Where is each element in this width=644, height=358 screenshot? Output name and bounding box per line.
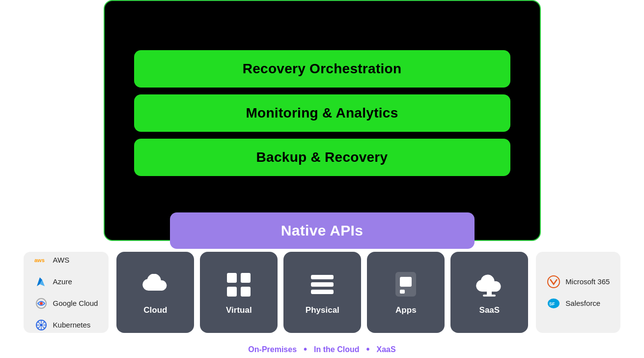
native-apis-label: Native APIs [281,222,363,239]
aws-label: AWS [53,256,70,264]
native-apis-bar: Native APIs [170,212,475,249]
gcloud-label: Google Cloud [53,299,98,307]
svg-rect-20 [311,282,334,287]
saas-icon [475,270,504,299]
k8s-icon [34,318,48,332]
platform-box: Recovery Orchestration Monitoring & Anal… [104,0,541,241]
k8s-label: Kubernetes [53,321,91,329]
svg-rect-15 [227,273,237,283]
salesforce-icon: SF [547,297,560,310]
m365-icon [547,275,560,289]
azure-label: Azure [53,277,72,286]
monitoring-analytics-pill: Monitoring & Analytics [134,94,510,132]
left-panel: aws AWS Azure [24,252,109,333]
inthecloud-label: In the Cloud [314,345,359,354]
xaas-label: XaaS [377,345,396,354]
svg-text:SF: SF [549,301,555,306]
recovery-orchestration-pill: Recovery Orchestration [134,50,510,88]
svg-rect-26 [483,295,496,297]
cloud-icon [140,270,170,299]
svg-line-13 [42,321,44,323]
backup-recovery-pill: Backup & Recovery [134,139,510,176]
apps-icon [391,270,420,299]
onpremises-label: On-Premises [248,345,297,354]
dot-2: • [366,344,370,355]
azure-icon [34,275,48,289]
right-panel-item-salesforce: SF Salesforce [547,297,610,310]
svg-rect-16 [241,273,251,283]
svg-point-4 [40,302,43,305]
svg-rect-24 [400,290,405,294]
card-virtual-label: Virtual [226,305,252,315]
right-panel-item-m365: Microsoft 365 [547,275,610,289]
left-panel-item-k8s: Kubernetes [34,318,98,332]
gcloud-icon [34,297,48,310]
bottom-text: On-Premises • In the Cloud • XaaS [248,344,395,355]
salesforce-label: Salesforce [565,299,600,307]
left-panel-item-aws: aws AWS [34,253,98,267]
card-saas-label: SaaS [479,305,500,315]
virtual-icon [224,270,253,299]
main-diagram: Recovery Orchestration Monitoring & Anal… [0,0,644,358]
svg-rect-23 [400,277,412,287]
svg-point-27 [548,276,560,288]
svg-text:aws: aws [34,257,45,263]
m365-label: Microsoft 365 [565,277,610,286]
svg-rect-21 [311,290,334,294]
card-virtual: Virtual [200,252,278,333]
svg-rect-17 [227,287,237,297]
svg-point-6 [40,324,43,327]
svg-line-12 [42,326,44,328]
card-saas: SaaS [450,252,528,333]
left-panel-item-azure: Azure [34,275,98,289]
svg-line-11 [38,321,40,323]
card-cloud-label: Cloud [143,305,167,315]
card-apps-label: Apps [395,305,417,315]
aws-icon: aws [34,253,48,267]
card-physical: Physical [283,252,361,333]
left-panel-item-gcloud: Google Cloud [34,297,98,310]
svg-rect-18 [241,287,251,297]
card-cloud: Cloud [116,252,194,333]
cards-row: aws AWS Azure [0,252,644,333]
dot-1: • [304,344,307,355]
svg-line-14 [38,326,40,328]
card-apps: Apps [367,252,445,333]
physical-icon [308,270,337,299]
right-panel: Microsoft 365 SF Salesforce [536,252,620,333]
card-physical-label: Physical [306,305,339,315]
svg-rect-19 [311,275,334,279]
